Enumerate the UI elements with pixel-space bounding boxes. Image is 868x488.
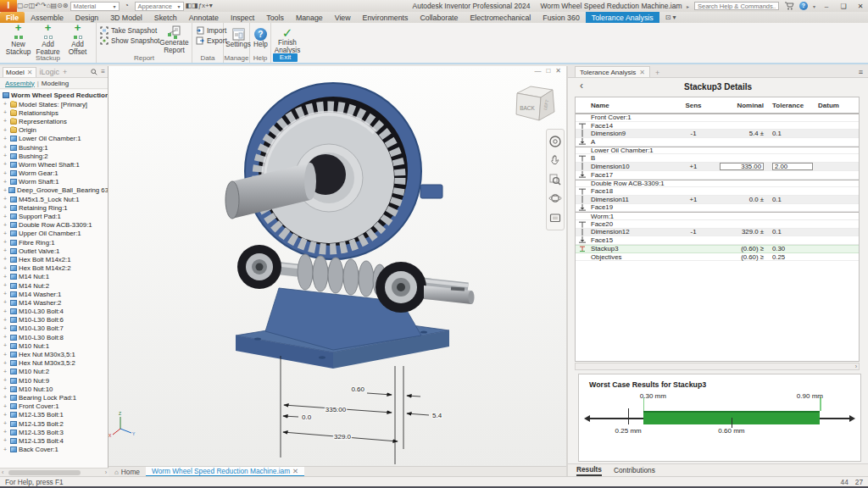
ribbon-tab-manage[interactable]: Manage [290,12,329,23]
browser-tab-model[interactable]: Model✕ [3,67,36,77]
add-offset-button[interactable]: + Add Offset [63,24,92,54]
tree-item[interactable]: +M10-L30 Bolt:6 [0,316,108,324]
help-menu-icon[interactable]: ? [799,2,808,10]
tree-item[interactable]: +Hex Nut M30x3,5:2 [0,359,108,368]
col-header-sens[interactable]: Sens [677,102,709,109]
expander-icon[interactable]: + [3,360,8,367]
table-row-dim[interactable]: Dimension12-1329.0 ±0.1 [576,229,859,237]
user-icon[interactable]: ⊙ [57,2,63,9]
settings-button[interactable]: Settings [227,24,249,54]
expander-icon[interactable]: + [3,299,8,306]
tree-item[interactable]: +Back Cover:1 [0,446,108,454]
tolerance-analysis-tab[interactable]: Tolerance Analysis ✕ [575,66,650,77]
table-row-face[interactable]: Face15 [576,236,859,245]
table-row-dim[interactable]: Dimension9-15.4 ±0.1 [576,130,859,138]
expander-icon[interactable]: + [3,446,8,453]
appearance-select[interactable]: Appearance▾ [135,2,184,11]
tree-item[interactable]: +M10 Nut:9 [0,376,108,385]
generate-report-button[interactable]: Generate Report [159,24,188,54]
table-row-dim[interactable]: Dimension11+10.0 ±0.1 [576,196,859,204]
tree-item[interactable]: +Representations [0,117,108,125]
material-browser-icon[interactable]: ▤ [51,2,58,9]
tree-item[interactable]: +M12-L35 Bolt:3 [0,428,108,436]
tree-item[interactable]: +Bushing:2 [0,152,108,160]
expander-icon[interactable]: + [3,265,8,272]
adjust-icon[interactable]: ◧ [186,2,192,9]
tree-item[interactable]: +Lower Oil Chamber:1 [0,135,108,143]
tree-item[interactable]: +Bearing Lock Pad:1 [0,393,108,402]
tree-item[interactable]: +Hex Nut M30x3,5:1 [0,350,108,358]
tree-item[interactable]: +Bushing:1 [0,143,108,152]
chevron-down-icon[interactable]: ▾ [813,3,815,9]
orbit-icon[interactable] [548,191,562,205]
tree-item[interactable]: +Origin [0,126,108,135]
table-row-face[interactable]: Face20 [576,220,859,229]
table-row-stack[interactable]: Stackup3(0.60) ≥0.30 [576,245,859,253]
ribbon-tab--[interactable]: ⊡ ▾ [659,12,682,23]
expander-icon[interactable]: + [3,101,8,108]
finish-analysis-button[interactable]: ✓ Finish Analysis [275,24,300,54]
redo-icon[interactable]: ↷ [41,2,47,9]
back-button[interactable]: ‹ [580,80,583,92]
expander-icon[interactable]: + [3,317,8,324]
expander-icon[interactable]: + [3,403,8,410]
tree-item[interactable]: +M12-L35 Bolt:1 [0,411,108,419]
col-header-tolerance[interactable]: Tolerance [765,102,813,109]
search-input[interactable] [694,2,779,10]
scroll-right-icon[interactable]: › [855,363,857,370]
tree-item[interactable]: +M10 Nut:10 [0,385,108,393]
table-row-face[interactable]: B [576,154,859,163]
ribbon-tab-tolerance-analysis[interactable]: Tolerance Analysis [586,12,659,23]
table-h-scrollbar[interactable]: › [575,363,860,370]
col-header-name[interactable]: Name [589,102,677,109]
ribbon-tab-inspect[interactable]: Inspect [225,12,260,23]
expander-icon[interactable]: + [3,196,8,202]
expander-icon[interactable]: + [3,420,8,427]
expander-icon[interactable]: + [3,412,8,419]
zoom-icon[interactable] [548,173,562,186]
table-row-face[interactable]: Face14 [576,122,859,130]
inventor-logo-icon[interactable]: I [0,0,17,12]
appearance-sphere-icon[interactable]: ◔ [121,0,133,12]
export-button[interactable]: Export [196,36,227,45]
expander-icon[interactable]: + [3,187,7,194]
minimize-button[interactable]: – [821,3,832,10]
import-button[interactable]: Import [196,26,227,35]
tree-item[interactable]: +Support Pad:1 [0,212,108,220]
tree-item[interactable]: +Worm Wheel Shaft:1 [0,160,108,169]
expander-icon[interactable]: + [3,152,8,159]
expander-icon[interactable]: + [3,214,8,220]
expander-icon[interactable]: + [3,127,8,134]
table-row-comp[interactable]: Front Cover:1 [576,114,859,122]
viewport-close-icon[interactable]: ✕ [555,67,561,75]
tree-item[interactable]: +M10-L30 Bolt:8 [0,333,108,341]
tree-item[interactable]: +M10 Nut:2 [0,368,108,376]
wheel-icon[interactable]: ⊛ [63,2,69,9]
help-button[interactable]: ? Help [253,24,268,54]
results-tab[interactable]: Results [576,465,602,476]
expander-icon[interactable]: + [3,136,8,142]
expander-icon[interactable]: + [3,282,8,289]
contributions-tab[interactable]: Contributions [614,466,655,474]
ribbon-tab-3d-model[interactable]: 3D Model [104,12,148,23]
expander-icon[interactable]: + [3,161,8,168]
add-browser-tab-button[interactable]: + [63,68,67,76]
cell-tolerance[interactable]: 2.00 [765,163,813,170]
panel-menu-icon[interactable]: ≡ [859,68,863,76]
cart-icon[interactable] [784,2,794,10]
undo-icon[interactable]: ↶ [35,2,41,9]
tree-item[interactable]: +M45x1.5_Lock Nut:1 [0,195,108,203]
tolerance-input[interactable]: 2.00 [772,163,813,170]
tree-item[interactable]: +M12-L35 Bolt:2 [0,419,108,428]
assembly-mode-link[interactable]: Assembly [5,80,35,87]
show-snapshot-button[interactable]: Show Snapshot [100,36,159,45]
search-expand-icon[interactable]: ▸ [687,3,689,9]
expander-icon[interactable]: + [3,377,8,384]
tree-item[interactable]: +Hex Bolt M14x2:1 [0,255,108,263]
table-row-comp[interactable]: Lower Oil Chamber:1 [576,147,859,155]
tree-item[interactable]: +Worm Gear:1 [0,169,108,178]
expander-icon[interactable]: + [3,369,8,375]
table-row-obj[interactable]: Objectives(0.60) ≥0.25 [576,253,859,262]
expander-icon[interactable]: + [3,437,8,444]
tree-item[interactable]: +Hex Bolt M14x2:2 [0,264,108,273]
